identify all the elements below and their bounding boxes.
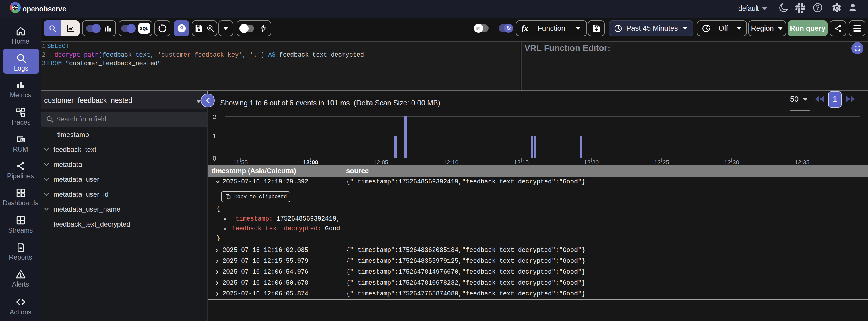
svg-text:?: ? — [180, 25, 183, 32]
